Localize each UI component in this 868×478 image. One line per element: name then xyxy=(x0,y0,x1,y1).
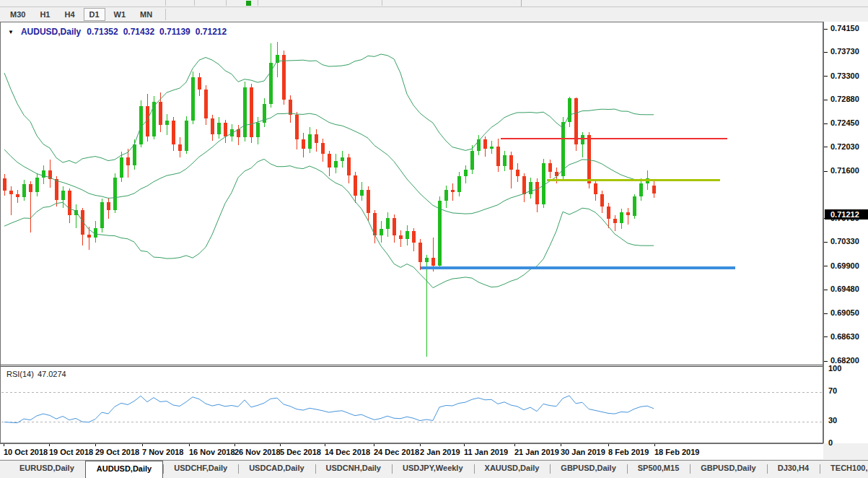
date-axis-label: 29 Oct 2018 xyxy=(95,448,139,456)
candle-body xyxy=(178,144,182,151)
timeframe-button-mn[interactable]: MN xyxy=(134,8,158,21)
candle-body xyxy=(535,182,539,204)
date-axis-tick xyxy=(234,444,235,446)
rsi-indicator-label: RSI(14) 47.0274 xyxy=(6,370,66,378)
price-axis-label: 0.70330 xyxy=(830,237,859,245)
candle-body xyxy=(211,118,214,134)
candle-body xyxy=(308,134,312,149)
timeframe-button-d1[interactable]: D1 xyxy=(84,8,105,21)
toolbar-edge xyxy=(521,0,522,6)
candle-body xyxy=(380,229,383,235)
date-axis-label: 10 Oct 2018 xyxy=(4,448,48,456)
candle-body xyxy=(425,258,429,262)
ohlc-low: 0.71139 xyxy=(159,27,190,37)
candle-body xyxy=(418,243,422,263)
candle-body xyxy=(431,258,435,266)
tab-dj30-h4[interactable]: DJ30,H4 xyxy=(767,461,820,478)
candle-body xyxy=(243,87,247,138)
price-axis[interactable]: 0.741500.737300.733000.728800.724500.720… xyxy=(823,22,868,443)
tab-usdjpy-weekly[interactable]: USDJPY,Weekly xyxy=(392,461,474,478)
candle-body xyxy=(87,235,91,238)
tab-sp500-m15[interactable]: SP500,M15 xyxy=(627,461,690,478)
candle-body xyxy=(542,163,545,204)
candle-body xyxy=(198,77,201,90)
date-axis-tick xyxy=(325,444,325,446)
price-axis-label: 0.74150 xyxy=(830,24,859,32)
candle-body xyxy=(68,191,71,215)
candle-body xyxy=(633,196,636,215)
candle-body xyxy=(321,143,325,155)
candle-body xyxy=(503,155,507,167)
price-axis-tick xyxy=(824,361,828,362)
date-axis-tick xyxy=(464,444,465,446)
timeframe-button-m30[interactable]: M30 xyxy=(4,8,31,21)
candle-body xyxy=(217,123,221,134)
toolbar-separator xyxy=(226,0,227,6)
candle-body xyxy=(451,190,455,192)
ohlc-close: 0.71212 xyxy=(196,27,227,37)
candle-body xyxy=(224,123,227,136)
date-axis-label: 7 Nov 2018 xyxy=(142,448,183,456)
tab-audusd-daily[interactable]: AUDUSD,Daily xyxy=(85,461,163,478)
candle-body xyxy=(626,212,630,216)
chart-symbol-label: AUDUSD,Daily xyxy=(21,27,81,37)
tab-usdcad-daily[interactable]: USDCAD,Daily xyxy=(238,461,315,478)
candle-body xyxy=(35,178,39,192)
price-axis-label: 0.68200 xyxy=(830,356,859,365)
candle-body xyxy=(165,121,169,125)
candle-body xyxy=(55,179,58,200)
price-axis-tick xyxy=(824,147,828,147)
candle-body xyxy=(464,170,468,176)
price-axis-label: 0.72880 xyxy=(830,95,859,103)
candle-body xyxy=(29,184,32,192)
candle-body xyxy=(652,186,656,194)
date-axis-label: 21 Jan 2019 xyxy=(514,448,559,456)
ohlc-high: 0.71432 xyxy=(123,27,154,37)
candle-body xyxy=(412,231,416,243)
candle-body xyxy=(574,98,578,144)
date-axis-label: 19 Oct 2018 xyxy=(49,448,93,456)
date-axis-label: 26 Nov 2018 xyxy=(234,448,281,456)
rsi-value: 47.0274 xyxy=(38,370,66,378)
price-axis-tick xyxy=(824,290,828,290)
tab-xauusd-daily[interactable]: XAUUSD,Daily xyxy=(474,461,551,478)
rsi-pane-canvas[interactable] xyxy=(1,367,822,443)
candle-body xyxy=(360,190,364,196)
tab-gbpusd-daily-2[interactable]: GBPUSD,Daily xyxy=(690,461,766,478)
candle-body xyxy=(620,212,623,224)
price-axis-tick xyxy=(824,100,828,100)
rsi-axis-label: 70 xyxy=(828,386,837,395)
date-axis-label: 18 Feb 2019 xyxy=(654,448,699,456)
date-axis[interactable]: 10 Oct 201819 Oct 201829 Oct 20187 Nov 2… xyxy=(0,443,823,459)
price-axis-label: 0.72030 xyxy=(830,142,859,151)
candle-body xyxy=(354,175,357,196)
tab-usdcnh-daily[interactable]: USDCNH,Daily xyxy=(315,461,392,478)
toolbar-separator xyxy=(165,0,166,6)
timeframe-button-w1[interactable]: W1 xyxy=(108,8,132,21)
date-axis-tick xyxy=(280,444,281,446)
toolbar-separator xyxy=(382,0,382,6)
price-chart-canvas[interactable] xyxy=(1,23,822,364)
timeframe-button-h1[interactable]: H1 xyxy=(34,8,56,21)
tab-eurusd-daily[interactable]: EURUSD,Daily xyxy=(9,461,85,478)
candle-body xyxy=(548,163,552,172)
timeframe-button-h4[interactable]: H4 xyxy=(58,8,80,21)
chevron-down-icon[interactable]: ▼ xyxy=(8,29,14,35)
chart-tab-bar: EURUSD,Daily AUDUSD,Daily USDCHF,Daily U… xyxy=(0,460,868,478)
candle-body xyxy=(341,157,344,161)
price-axis-tick xyxy=(824,52,828,53)
candle-body xyxy=(522,176,526,194)
candle-body xyxy=(295,115,299,139)
tab-usdchf-daily[interactable]: USDCHF,Daily xyxy=(163,461,238,478)
price-axis-tick xyxy=(824,76,828,77)
date-axis-tick xyxy=(608,444,609,446)
candle-body xyxy=(347,157,351,175)
candle-body xyxy=(16,194,19,197)
candle-body xyxy=(191,77,195,121)
price-axis-tick xyxy=(824,266,828,266)
window-toolbar-strip xyxy=(0,0,868,7)
candle-body xyxy=(276,55,279,64)
tab-gbpusd-daily[interactable]: GBPUSD,Daily xyxy=(550,461,626,478)
tab-tech100[interactable]: TECH100, xyxy=(820,461,868,478)
price-axis-tick xyxy=(824,29,828,30)
